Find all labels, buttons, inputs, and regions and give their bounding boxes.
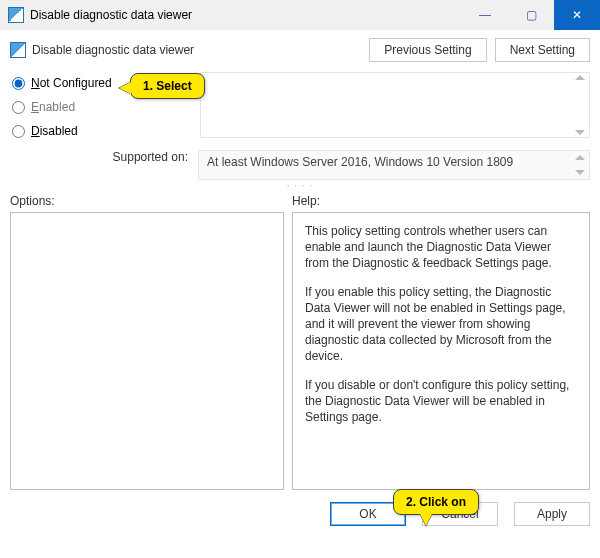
radio-enabled-label: Enabled bbox=[31, 100, 75, 114]
help-label: Help: bbox=[292, 194, 590, 208]
pane-labels: Options: Help: bbox=[0, 190, 600, 212]
annotation-click: 2. Click on bbox=[393, 489, 479, 515]
help-paragraph: This policy setting controls whether use… bbox=[305, 223, 577, 272]
options-pane bbox=[10, 212, 284, 490]
help-pane: This policy setting controls whether use… bbox=[292, 212, 590, 490]
annotation-select-text: 1. Select bbox=[143, 79, 192, 93]
options-label: Options: bbox=[10, 194, 292, 208]
scroll-down-icon[interactable] bbox=[575, 170, 585, 175]
comment-textarea[interactable] bbox=[200, 72, 590, 138]
supported-on-label: Supported on: bbox=[0, 150, 198, 164]
radio-disabled-input[interactable] bbox=[12, 125, 25, 138]
annotation-click-text: 2. Click on bbox=[406, 495, 466, 509]
previous-setting-button[interactable]: Previous Setting bbox=[369, 38, 486, 62]
scroll-down-icon[interactable] bbox=[575, 130, 585, 135]
next-setting-button[interactable]: Next Setting bbox=[495, 38, 590, 62]
config-area: Not Configured Enabled Disabled bbox=[0, 72, 600, 144]
maximize-button[interactable]: ▢ bbox=[508, 0, 554, 30]
header-row: Disable diagnostic data viewer Previous … bbox=[0, 30, 600, 72]
supported-on-value: At least Windows Server 2016, Windows 10… bbox=[207, 155, 513, 169]
annotation-tail-icon bbox=[119, 82, 131, 94]
radio-not-configured-label: Not Configured bbox=[31, 76, 112, 90]
radio-enabled-input[interactable] bbox=[12, 101, 25, 114]
help-paragraph: If you enable this policy setting, the D… bbox=[305, 284, 577, 365]
splitter-grip[interactable]: · · · · bbox=[0, 180, 600, 190]
policy-icon bbox=[10, 42, 26, 58]
scroll-up-icon[interactable] bbox=[575, 155, 585, 160]
window-title: Disable diagnostic data viewer bbox=[30, 8, 462, 22]
radio-disabled[interactable]: Disabled bbox=[12, 120, 200, 142]
window-controls: — ▢ ✕ bbox=[462, 0, 600, 30]
dialog-footer: OK Cancel Apply bbox=[0, 490, 600, 526]
radio-enabled[interactable]: Enabled bbox=[12, 96, 200, 118]
annotation-select: 1. Select bbox=[130, 73, 205, 99]
supported-row: Supported on: At least Windows Server 20… bbox=[0, 150, 590, 180]
app-icon bbox=[8, 7, 24, 23]
scroll-up-icon[interactable] bbox=[575, 75, 585, 80]
minimize-button[interactable]: — bbox=[462, 0, 508, 30]
radio-disabled-label: Disabled bbox=[31, 124, 78, 138]
panes: This policy setting controls whether use… bbox=[0, 212, 600, 490]
radio-not-configured-input[interactable] bbox=[12, 77, 25, 90]
window-titlebar: Disable diagnostic data viewer — ▢ ✕ bbox=[0, 0, 600, 30]
supported-on-value-box: At least Windows Server 2016, Windows 10… bbox=[198, 150, 590, 180]
apply-button[interactable]: Apply bbox=[514, 502, 590, 526]
close-button[interactable]: ✕ bbox=[554, 0, 600, 30]
annotation-tail-icon bbox=[420, 514, 432, 526]
help-paragraph: If you disable or don't configure this p… bbox=[305, 377, 577, 426]
policy-heading: Disable diagnostic data viewer bbox=[32, 43, 369, 57]
